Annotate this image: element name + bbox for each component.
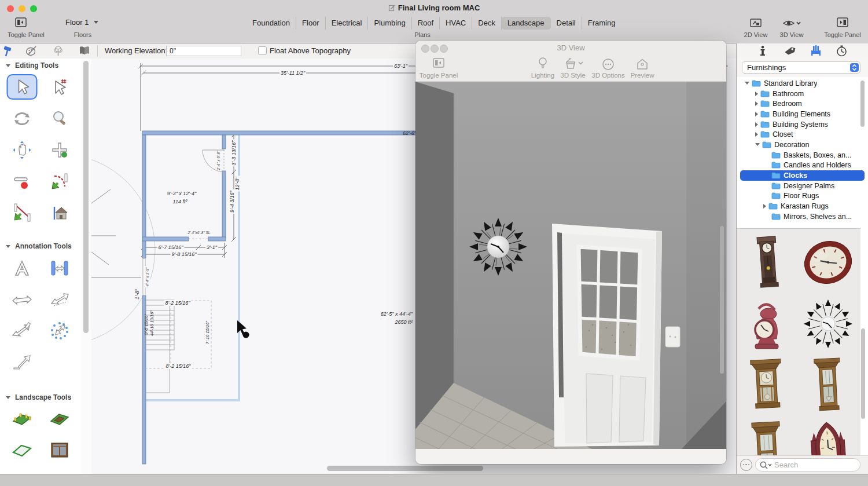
tool-interior-dimension[interactable] <box>44 254 75 282</box>
tool-angular-dimension[interactable] <box>44 286 75 313</box>
preview-house-icon[interactable] <box>636 58 649 70</box>
float-above-topography-checkbox[interactable] <box>258 46 267 55</box>
thumbnail-gothic-mantel-clock[interactable] <box>799 418 857 456</box>
thumbnail-starburst-wall-clock[interactable] <box>799 295 857 353</box>
3d-window-titlebar[interactable]: 3D View <box>415 41 726 56</box>
3d-view-window[interactable]: 3D View Toggle Panel Lighting 3D Style 3… <box>415 41 726 464</box>
rotate-icon <box>12 110 32 127</box>
label-tag-icon[interactable] <box>784 46 796 56</box>
section-disclosure-icon[interactable] <box>6 64 10 67</box>
tool-text[interactable] <box>6 254 38 282</box>
tree-item-bathroom[interactable]: Bathroom <box>737 89 868 99</box>
tool-curve-stake[interactable] <box>44 167 75 195</box>
tab-floor[interactable]: Floor <box>296 17 326 30</box>
tool-line-stake[interactable] <box>6 199 38 226</box>
tool-add-point[interactable] <box>44 136 75 164</box>
3d-options-icon[interactable] <box>602 58 615 71</box>
plan-horizontal-scrollbar[interactable] <box>327 466 483 471</box>
working-elevation-input[interactable] <box>166 46 241 56</box>
design-tools-icon[interactable] <box>25 45 37 57</box>
thumbnail-grandfather-clock[interactable] <box>738 233 796 291</box>
toggle-panel-left-button[interactable] <box>15 17 27 30</box>
tree-item-designer-palms[interactable]: Designer Palms <box>737 181 868 191</box>
disclosure-collapsed-icon[interactable] <box>763 204 766 209</box>
tree-item-mirrors-shelves[interactable]: Mirrors, Shelves an... <box>737 211 868 222</box>
tab-detail[interactable]: Detail <box>551 17 582 30</box>
tool-fence-gate[interactable] <box>44 436 75 463</box>
tree-item-building-systems[interactable]: Building Systems <box>737 119 868 130</box>
toggle-panel-icon[interactable] <box>433 58 444 68</box>
floor-dropdown[interactable]: Floor 1 <box>65 18 98 27</box>
tab-landscape[interactable]: Landscape <box>502 17 551 30</box>
library-tree: Standard Library Bathroom Bedroom Buildi… <box>737 78 868 228</box>
disclosure-collapsed-icon[interactable] <box>755 132 758 137</box>
disclosure-collapsed-icon[interactable] <box>755 92 758 96</box>
build-tools-icon[interactable] <box>2 46 13 57</box>
tool-rotate[interactable] <box>6 105 38 133</box>
lighting-icon[interactable] <box>538 57 548 70</box>
tab-framing[interactable]: Framing <box>582 17 621 30</box>
tab-plumbing[interactable]: Plumbing <box>368 17 411 30</box>
3d-style-bucket-icon[interactable] <box>565 57 583 70</box>
section-disclosure-icon[interactable] <box>6 245 10 248</box>
tab-foundation[interactable]: Foundation <box>247 17 296 30</box>
furniture-chair-icon[interactable] <box>810 45 822 56</box>
tool-pan[interactable] <box>6 136 38 164</box>
tree-item-building-elements[interactable]: Building Elements <box>737 109 868 119</box>
library-category-dropdown[interactable]: Furnishings <box>742 61 860 74</box>
tool-terrain-feature[interactable] <box>6 436 38 463</box>
tool-delete-point[interactable] <box>6 167 38 195</box>
tab-deck[interactable]: Deck <box>472 17 502 30</box>
library-book-icon[interactable] <box>79 45 90 57</box>
3d-view-button[interactable] <box>782 19 801 30</box>
folder-icon <box>760 121 770 128</box>
thumbnail-craftsman-wall-clock-3[interactable] <box>738 418 796 456</box>
tool-leader-line[interactable] <box>6 348 38 376</box>
tool-zoom[interactable] <box>44 105 75 133</box>
disclosure-collapsed-icon[interactable] <box>755 112 758 116</box>
3d-viewport-scrollbar[interactable] <box>720 226 724 374</box>
disclosure-expanded-icon[interactable] <box>745 82 749 85</box>
disclosure-collapsed-icon[interactable] <box>755 122 758 127</box>
category-stepper-button[interactable] <box>850 63 859 72</box>
sidebar-scrollbar-thumb[interactable] <box>83 61 89 333</box>
tool-point-to-point-dimension[interactable] <box>6 317 38 345</box>
tree-scrollbar-thumb[interactable] <box>860 81 865 127</box>
tab-electrical[interactable]: Electrical <box>326 17 369 30</box>
tool-garden-bed[interactable] <box>44 404 75 432</box>
tool-end-to-end-dimension[interactable] <box>6 286 38 313</box>
2d-view-button[interactable] <box>749 18 762 31</box>
tree-item-karastan-rugs[interactable]: Karastan Rugs <box>737 201 868 211</box>
disclosure-expanded-icon[interactable] <box>755 143 760 146</box>
tree-item-decoration[interactable]: Decoration <box>737 140 868 150</box>
toggle-panel-right-button[interactable] <box>837 17 848 30</box>
tree-item-closet[interactable]: Closet <box>737 129 868 140</box>
tree-item-standard-library[interactable]: Standard Library <box>737 78 868 89</box>
tree-item-bedroom[interactable]: Bedroom <box>737 98 868 109</box>
thumbnail-lantern-clock[interactable] <box>738 295 796 353</box>
tree-item-candles-holders[interactable]: Candles and Holders <box>737 160 868 171</box>
tree-item-floor-rugs[interactable]: Floor Rugs <box>737 191 868 202</box>
disclosure-collapsed-icon[interactable] <box>755 101 758 106</box>
info-icon[interactable] <box>760 46 766 56</box>
tool-select-arrow[interactable] <box>7 74 38 100</box>
sidebar-scrollbar-track[interactable] <box>81 59 92 474</box>
tree-item-clocks-selected[interactable]: Clocks <box>740 170 865 181</box>
tab-roof[interactable]: Roof <box>412 17 440 30</box>
plant-tools-icon[interactable] <box>53 45 64 57</box>
tree-item-baskets-boxes[interactable]: Baskets, Boxes, an... <box>737 150 868 160</box>
tool-select-similar[interactable] <box>44 73 75 101</box>
thumbnail-craftsman-wall-clock[interactable] <box>738 356 796 414</box>
tab-hvac[interactable]: HVAC <box>440 17 472 30</box>
tool-reference-house[interactable] <box>44 199 75 226</box>
tool-dimension-to-points[interactable] <box>44 317 75 345</box>
thumbnail-round-wall-clock[interactable] <box>799 233 857 291</box>
more-options-button[interactable] <box>740 459 752 471</box>
folder-icon <box>760 111 770 118</box>
thumbnails-scrollbar-thumb[interactable] <box>861 328 865 419</box>
clock-history-icon[interactable] <box>836 45 847 57</box>
3d-viewport[interactable] <box>415 82 726 449</box>
tool-terrain-perimeter[interactable] <box>6 404 38 432</box>
section-disclosure-icon[interactable] <box>6 396 10 399</box>
thumbnail-craftsman-wall-clock-2[interactable] <box>799 356 857 414</box>
